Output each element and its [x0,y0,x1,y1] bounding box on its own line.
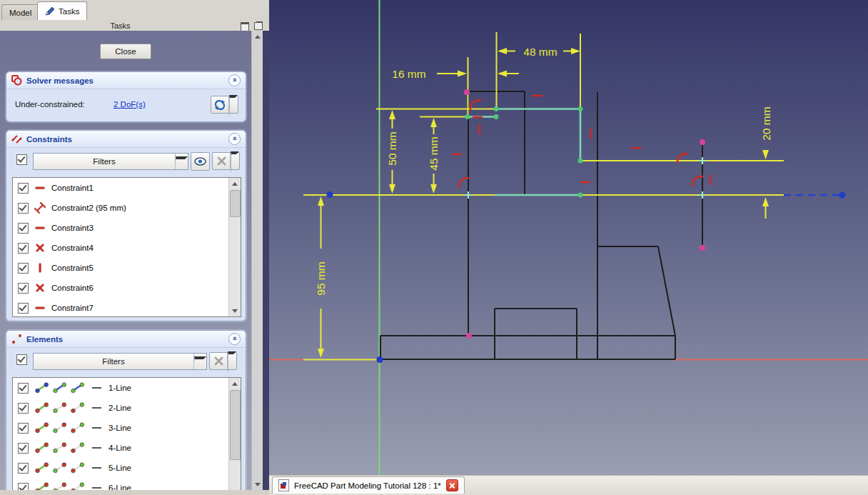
solver-messages-group: Solver messages » Under-constrained: 2 D… [6,71,246,122]
solver-status-label: Under-constrained: [15,100,85,109]
constraint-checkbox[interactable] [18,203,29,214]
filter-label: Filters [34,357,193,366]
element-checkbox[interactable] [18,383,29,394]
distance-constraint-icon [34,202,46,214]
dimension-label-48mm[interactable]: 48 mm [523,46,557,58]
constraint-row[interactable]: Constraint4 [13,238,241,258]
elements-checkall-checkbox[interactable] [16,354,27,365]
filter-label: Filters [34,157,175,166]
constraint-row[interactable]: Constraint7 [13,298,241,317]
element-row[interactable]: 3-Line [13,418,241,438]
constraints-list: Constraint1Constraint2 (95 mm)Constraint… [12,177,241,317]
document-icon [278,479,289,491]
element-row[interactable]: 1-Line [13,378,241,398]
constraint-checkbox[interactable] [18,183,29,194]
update-solver-button[interactable] [211,96,238,114]
panel-splitter[interactable] [263,31,269,490]
line-icon [70,422,85,434]
elements-settings-button[interactable] [209,352,237,370]
element-checkbox[interactable] [18,463,29,474]
line-icon [70,382,85,394]
freecad-window: Model Tasks Tasks Close Solver messages … [0,0,868,495]
solver-messages-title: Solver messages [26,76,94,85]
dimension-label-50mm[interactable]: 50 mm [386,131,398,165]
constraints-filter-combo[interactable]: Filters [33,153,188,170]
float-panel-icon[interactable] [254,22,263,30]
elements-list: 1-Line2-Line3-Line4-Line5-Line6-Line [12,377,241,490]
constraint-checkbox[interactable] [18,263,29,274]
constraint-label: Constraint1 [51,184,94,192]
element-checkbox[interactable] [18,423,29,434]
element-checkbox[interactable] [18,403,29,414]
line-icon [52,402,67,414]
chevron-down-icon[interactable] [227,353,236,369]
constraint-label: Constraint5 [51,264,94,272]
panel-scrollbar[interactable] [251,31,263,490]
constraint-label: Constraint2 (95 mm) [51,204,126,212]
sketch-viewport[interactable]: 48 mm 16 mm 50 mm [269,0,868,475]
element-row[interactable]: 6-Line [13,478,241,490]
show-hide-constraints-button[interactable] [191,152,210,171]
origin-point [377,356,383,363]
constraints-checkall-checkbox[interactable] [16,154,27,165]
solver-messages-header[interactable]: Solver messages » [6,72,246,89]
collapse-chevron-icon[interactable]: » [228,333,241,345]
constraints-list-scrollbar[interactable] [228,178,241,316]
constraint-row[interactable]: Constraint3 [13,218,241,238]
constraint-checkbox[interactable] [18,303,29,314]
element-row[interactable]: 2-Line [13,398,241,418]
sketch-canvas[interactable]: 48 mm 16 mm 50 mm [269,0,868,475]
constraint-row[interactable]: Constraint5 [13,258,241,278]
constraint-row[interactable]: Constraint6 [13,278,241,298]
tab-model-label: Model [9,9,31,17]
refresh-dropdown-icon[interactable] [228,96,238,113]
chevron-down-icon[interactable] [230,153,239,169]
horizontal-constraint-icon [34,182,46,194]
document-tab[interactable]: FreeCAD Part Modeling Tutorial 128 : 1* [272,476,465,494]
dimension-label-45mm[interactable]: 45 mm [428,136,440,170]
elements-filter-combo[interactable]: Filters [33,353,207,370]
elements-header[interactable]: Elements » [6,331,246,348]
dimension-label-95mm[interactable]: 95 mm [315,261,327,295]
constraint-label: Constraint4 [51,244,94,252]
pen-icon [45,6,55,16]
dof-link[interactable]: 2 DoF(s) [113,100,146,109]
chevron-down-icon [193,354,206,369]
collapse-chevron-icon[interactable]: » [228,133,241,145]
constraints-header[interactable]: Constraints » [6,131,246,148]
constraints-settings-button[interactable] [212,152,240,170]
element-row[interactable]: 5-Line [13,458,241,478]
line-icon [52,442,67,454]
element-label: 1-Line [108,384,131,392]
constraint-checkbox[interactable] [18,223,29,234]
tab-model[interactable]: Model [1,4,39,20]
close-button[interactable]: Close [100,44,151,59]
line-icon [52,382,67,394]
element-label: 4-Line [108,444,131,452]
collapse-chevron-icon[interactable]: » [228,74,241,86]
constraint-checkbox[interactable] [18,243,29,254]
tab-tasks[interactable]: Tasks [37,1,87,20]
elements-list-scrollbar[interactable] [228,378,241,490]
constraint-row[interactable]: Constraint2 (95 mm) [13,198,241,218]
solver-icon [11,75,22,86]
constraint-row[interactable]: Constraint1 [13,178,241,198]
edge-icon [92,467,101,469]
element-checkbox[interactable] [18,483,29,491]
document-close-icon[interactable] [446,479,458,491]
line-icon [34,482,49,490]
panel-titlebar: Tasks [0,20,269,31]
coincident-constraint-icon [34,282,46,294]
constraints-title: Constraints [26,135,72,144]
dimension-label-16mm[interactable]: 16 mm [392,68,425,80]
refresh-icon [211,96,228,113]
element-row[interactable]: 4-Line [13,438,241,458]
element-checkbox[interactable] [18,443,29,454]
constraint-label: Constraint3 [51,224,94,232]
horizontal-constraint-icon [34,222,46,234]
constraint-checkbox[interactable] [18,283,29,294]
line-icon [52,462,67,474]
element-label: 3-Line [108,424,131,432]
edge-icon [92,407,101,409]
dimension-label-20mm[interactable]: 20 mm [760,106,772,140]
